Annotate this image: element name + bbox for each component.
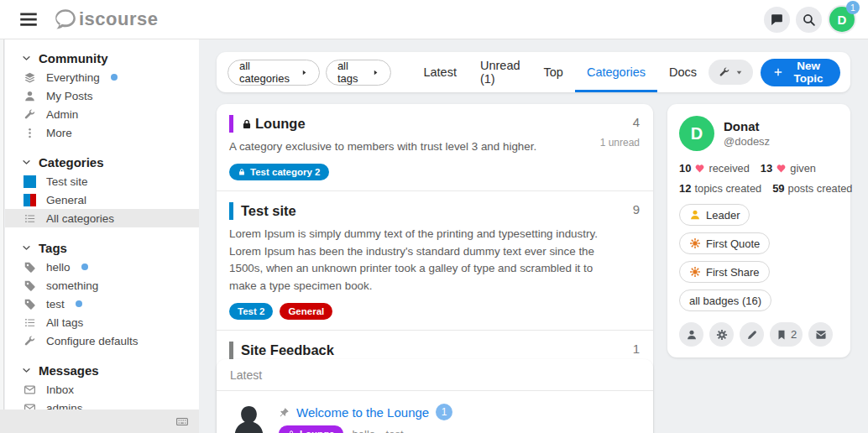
hamburger-wrench-dropdown[interactable] xyxy=(709,60,753,85)
bookmarks-button[interactable]: 2 xyxy=(770,322,803,347)
gear-icon xyxy=(716,329,728,341)
subcategory-badge[interactable]: Test category 2 xyxy=(229,164,329,180)
user-card-header: D Donat @dodesz xyxy=(679,116,839,151)
pencil-icon xyxy=(746,329,758,341)
search-button[interactable] xyxy=(796,7,822,33)
category-link[interactable]: Test site xyxy=(241,203,296,219)
stat-label: received xyxy=(709,162,749,175)
new-topic-label: New Topic xyxy=(789,60,828,85)
sidebar-item-tag-test[interactable]: test xyxy=(5,295,199,313)
user-icon xyxy=(24,90,36,102)
tab-latest[interactable]: Latest xyxy=(411,52,468,92)
sidebar-item-label: All categories xyxy=(46,212,114,225)
sidebar-section-community: Community Everything My Posts Admin More xyxy=(5,48,199,142)
subcategory-badge[interactable]: Test 2 xyxy=(229,303,273,320)
hamburger-menu-icon[interactable] xyxy=(18,8,39,30)
topic-title-link[interactable]: Welcome to the Lounge xyxy=(296,405,429,420)
avatar[interactable]: D xyxy=(679,116,714,151)
wrench-icon xyxy=(24,108,36,121)
category-link[interactable]: Lounge xyxy=(255,116,306,132)
profile-button[interactable] xyxy=(679,322,703,347)
category-color-bar xyxy=(229,202,233,220)
stat-label: posts created xyxy=(788,182,853,195)
list-icon xyxy=(24,316,36,329)
chat-button[interactable] xyxy=(764,7,790,33)
user-summary-card: D Donat @dodesz 10 received 13 given 12 … xyxy=(667,104,850,357)
tag-filter-dropdown[interactable]: all tags xyxy=(326,60,392,86)
top-header: iscourse D 1 xyxy=(0,0,868,39)
badge-first-quote[interactable]: First Quote xyxy=(679,232,770,254)
topic-author-avatar[interactable] xyxy=(230,402,268,433)
sidebar-item-everything[interactable]: Everything xyxy=(5,68,199,86)
bookmark-count: 2 xyxy=(791,328,797,341)
user-stats-counts: 12 topics created 59 posts created xyxy=(679,182,839,195)
topic-category-badge[interactable]: Lounge xyxy=(279,425,343,433)
sidebar-section-tags-header[interactable]: Tags xyxy=(5,237,199,258)
messages-button[interactable] xyxy=(808,322,833,347)
sidebar-item-admin[interactable]: Admin xyxy=(5,105,199,123)
tag-icon xyxy=(24,298,36,310)
stat-topics: 12 topics created xyxy=(679,182,761,195)
chat-icon xyxy=(770,13,784,27)
category-filter-dropdown[interactable]: all categories xyxy=(227,60,320,86)
user-stats-hearts: 10 received 13 given xyxy=(679,162,839,175)
sidebar-item-general[interactable]: General xyxy=(5,190,199,209)
topic-count: 1 xyxy=(633,342,640,356)
category-description: Lorem Ipsum is simply dummy text of the … xyxy=(229,226,623,295)
sidebar-item-tag-something[interactable]: something xyxy=(5,276,199,295)
sidebar-item-label: My Posts xyxy=(46,90,93,102)
caret-right-icon xyxy=(372,69,379,76)
tab-top[interactable]: Top xyxy=(532,52,575,92)
unread-posts-badge[interactable]: 1 xyxy=(436,404,452,420)
sidebar-section-messages-header[interactable]: Messages xyxy=(5,360,199,380)
unread-count[interactable]: 1 unread xyxy=(600,137,640,149)
category-color-icon xyxy=(24,194,36,206)
sidebar-item-all-tags[interactable]: All tags xyxy=(5,313,199,331)
category-main: Test site Lorem Ipsum is simply dummy te… xyxy=(229,202,623,320)
topic-meta: Lounge hello, test xyxy=(279,425,452,433)
topic-filter-bar: all categories all tags Latest Unread (1… xyxy=(217,52,850,92)
sidebar-item-label: General xyxy=(46,194,86,206)
badge-all-badges[interactable]: all badges (16) xyxy=(679,290,771,311)
subcategory-badge[interactable]: General xyxy=(280,303,332,320)
badge-first-share[interactable]: First Share xyxy=(679,261,770,283)
sidebar-item-all-categories[interactable]: All categories xyxy=(5,209,199,227)
envelope-icon xyxy=(815,329,827,341)
sidebar-section-tags: Tags hello something test All tags xyxy=(5,237,199,350)
header-actions: D 1 xyxy=(764,5,856,34)
left-gutter xyxy=(0,39,4,433)
sidebar-item-test-site[interactable]: Test site xyxy=(5,172,199,190)
layers-icon xyxy=(24,71,36,84)
topic-tag[interactable]: hello, xyxy=(353,428,379,433)
category-link[interactable]: Site Feedback xyxy=(241,342,334,358)
chevron-down-icon xyxy=(22,366,31,375)
chevron-down-icon xyxy=(22,158,31,167)
tab-unread[interactable]: Unread (1) xyxy=(468,52,532,92)
sidebar-section-community-header[interactable]: Community xyxy=(5,48,199,68)
tab-categories[interactable]: Categories xyxy=(575,52,657,92)
badge-leader[interactable]: Leader xyxy=(679,204,750,226)
preferences-button[interactable] xyxy=(709,322,734,347)
user-menu-button[interactable]: D 1 xyxy=(828,5,856,34)
topic-tag[interactable]: test xyxy=(386,428,404,433)
user-name-link[interactable]: Donat xyxy=(724,119,770,133)
sidebar-section-categories-header[interactable]: Categories xyxy=(5,152,199,172)
drafts-button[interactable] xyxy=(740,322,764,347)
nav-tabs: Latest Unread (1) Top Categories Docs xyxy=(411,52,709,92)
sidebar-item-tag-hello[interactable]: hello xyxy=(5,258,199,276)
tab-docs[interactable]: Docs xyxy=(657,52,709,92)
medal-icon xyxy=(689,266,701,278)
wrench-icon xyxy=(719,66,730,78)
sidebar-item-label: Admin xyxy=(46,108,78,121)
sidebar-item-my-posts[interactable]: My Posts xyxy=(5,86,199,105)
tag-filter-label: all tags xyxy=(337,60,367,85)
lock-icon xyxy=(241,118,253,130)
sidebar-item-inbox[interactable]: Inbox xyxy=(5,380,199,399)
sidebar-item-more[interactable]: More xyxy=(5,123,199,142)
new-topic-button[interactable]: New Topic xyxy=(761,59,840,86)
sidebar-item-configure-defaults[interactable]: Configure defaults xyxy=(5,331,199,350)
site-logo[interactable]: iscourse xyxy=(53,7,159,32)
keyboard-shortcuts-icon[interactable] xyxy=(175,415,190,428)
user-icon xyxy=(686,329,698,341)
section-label: Tags xyxy=(39,241,67,255)
